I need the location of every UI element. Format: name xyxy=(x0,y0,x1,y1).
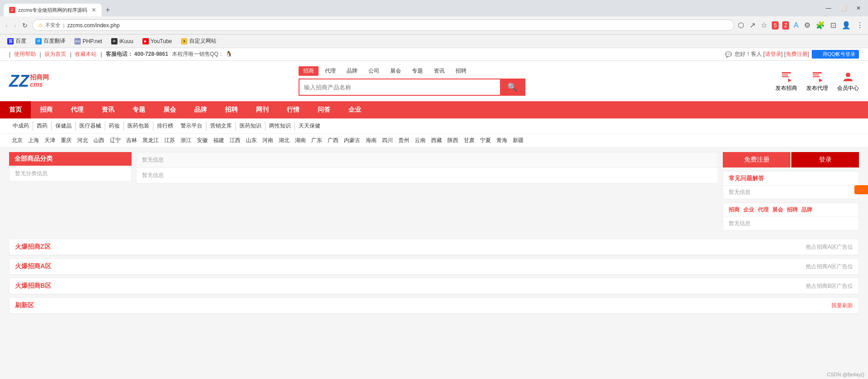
region-xinjiang[interactable]: 新疆 xyxy=(510,136,526,145)
publish-proxy-button[interactable]: 发布代理 xyxy=(806,70,828,92)
search-button[interactable]: 🔍 xyxy=(500,79,525,95)
sub-cat-liangxingzhishi[interactable]: 两性知识 xyxy=(265,121,295,131)
sub-cat-jingshipingtai[interactable]: 警示平台 xyxy=(177,121,206,131)
extension-icon-2[interactable]: Z xyxy=(782,21,789,30)
sub-cat-xiyao[interactable]: 西药 xyxy=(33,121,52,131)
site-logo[interactable]: ZZ 招商网 cms xyxy=(9,73,49,89)
sub-cat-yaoyaobaozhuang[interactable]: 医药包装 xyxy=(124,121,153,131)
region-heilongjiang[interactable]: 黑龙江 xyxy=(140,136,162,145)
region-ningxia[interactable]: 宁夏 xyxy=(477,136,494,145)
qq-login-button[interactable]: 👤 用QQ帐号登录 xyxy=(812,50,859,59)
search-tab-daili[interactable]: 代理 xyxy=(320,66,340,76)
minimize-button[interactable]: — xyxy=(822,3,835,13)
tag-enterprise[interactable]: 企业 xyxy=(743,206,754,214)
sub-cat-yingxiaowenku[interactable]: 营销文库 xyxy=(206,121,236,131)
extension-icon-1[interactable]: 5 xyxy=(772,21,779,30)
share-icon[interactable]: ↗ xyxy=(749,20,756,30)
region-henan[interactable]: 河南 xyxy=(260,136,276,145)
account-icon[interactable]: 👤 xyxy=(841,20,852,30)
maximize-button[interactable]: ⬜ xyxy=(837,3,851,13)
region-qinghai[interactable]: 青海 xyxy=(494,136,510,145)
tag-brand[interactable]: 品牌 xyxy=(801,206,812,214)
bottom-section-refresh-ad[interactable]: 我要刷新 xyxy=(831,302,853,310)
region-xizang[interactable]: 西藏 xyxy=(428,136,445,145)
close-button[interactable]: ✕ xyxy=(853,3,864,13)
tag-proxy[interactable]: 代理 xyxy=(758,206,769,214)
side-share-button[interactable]: 分享 xyxy=(854,185,868,194)
region-hebei[interactable]: 河北 xyxy=(74,136,91,145)
browser-tab[interactable]: Z zzcms专业做招商网的程序源码 ✕ xyxy=(4,4,102,16)
bookmark-fanyi[interactable]: 译 百度翻译 xyxy=(32,36,69,46)
tag-recruit[interactable]: 招商 xyxy=(729,206,740,214)
refresh-button[interactable]: ↻ xyxy=(20,21,29,30)
nav-enterprise[interactable]: 企业 xyxy=(339,101,370,118)
region-sichuan[interactable]: 四川 xyxy=(379,136,396,145)
help-link[interactable]: 使用帮助 xyxy=(14,50,36,58)
search-tab-zhanhui[interactable]: 展会 xyxy=(386,66,406,76)
nav-qa[interactable]: 问答 xyxy=(309,101,339,118)
region-jiangsu[interactable]: 江苏 xyxy=(162,136,178,145)
region-jilin[interactable]: 吉林 xyxy=(123,136,140,145)
sub-cat-zhongchengyao[interactable]: 中成药 xyxy=(9,121,33,131)
bookmark-baidu[interactable]: 百 百度 xyxy=(4,36,30,46)
tag-expo[interactable]: 展会 xyxy=(772,206,783,214)
bottom-section-b-ad[interactable]: 抢占招商B区广告位 xyxy=(806,282,853,290)
region-shaanxi[interactable]: 陕西 xyxy=(445,136,461,145)
nav-proxy[interactable]: 代理 xyxy=(62,101,93,118)
collect-link[interactable]: 收藏本站 xyxy=(75,50,97,58)
region-shandong[interactable]: 山东 xyxy=(243,136,260,145)
bottom-section-a-ad[interactable]: 抢占招商A区广告位 xyxy=(806,263,853,271)
settings-icon[interactable]: ⚙ xyxy=(803,20,811,30)
bookmark-youtube[interactable]: ▶ YouTube xyxy=(139,37,176,45)
search-input[interactable] xyxy=(299,79,500,95)
nav-expo[interactable]: 展会 xyxy=(154,101,185,118)
sub-cat-yaoyaozhishi[interactable]: 医药知识 xyxy=(236,121,265,131)
region-jiangxi[interactable]: 江西 xyxy=(227,136,243,145)
menu-icon[interactable]: ⋮ xyxy=(855,20,864,30)
new-tab-button[interactable]: + xyxy=(102,4,114,16)
region-beijing[interactable]: 北京 xyxy=(9,136,25,145)
nav-recruit[interactable]: 招商 xyxy=(31,101,62,118)
region-liaoning[interactable]: 辽宁 xyxy=(107,136,123,145)
member-center-button[interactable]: 会员中心 xyxy=(837,70,859,92)
register-link[interactable]: 免费注册 xyxy=(786,51,808,57)
region-guizhou[interactable]: 贵州 xyxy=(396,136,412,145)
bookmark-phpnet[interactable]: php PHP.net xyxy=(71,37,106,45)
region-chongqing[interactable]: 重庆 xyxy=(58,136,74,145)
bookmark-custom[interactable]: ★ 自定义网站 xyxy=(177,36,220,46)
region-tianjin[interactable]: 天津 xyxy=(42,136,58,145)
extensions-icon[interactable]: 🧩 xyxy=(815,20,826,30)
nav-special[interactable]: 专题 xyxy=(123,101,154,118)
tab-close-button[interactable]: ✕ xyxy=(92,7,96,13)
region-yunnan[interactable]: 云南 xyxy=(412,136,428,145)
publish-recruit-button[interactable]: 发布招商 xyxy=(775,70,797,92)
nav-home[interactable]: 首页 xyxy=(0,101,31,118)
region-hunan[interactable]: 湖南 xyxy=(292,136,309,145)
register-button[interactable]: 免费注册 xyxy=(723,152,790,167)
search-tab-zhuanti[interactable]: 专题 xyxy=(407,66,427,76)
nav-magazine[interactable]: 网刊 xyxy=(247,101,278,118)
translate-icon[interactable]: ⬡ xyxy=(737,20,745,30)
sub-cat-yiliaoqixie[interactable]: 医疗器械 xyxy=(76,121,105,131)
region-anhui[interactable]: 安徽 xyxy=(194,136,211,145)
search-tab-zixun[interactable]: 资讯 xyxy=(429,66,449,76)
search-tab-zhaopin[interactable]: 招聘 xyxy=(451,66,471,76)
nav-hiring[interactable]: 招聘 xyxy=(216,101,247,118)
region-hubei[interactable]: 湖北 xyxy=(276,136,292,145)
search-tab-zhaozhang[interactable]: 招商 xyxy=(299,66,319,76)
nav-brand[interactable]: 品牌 xyxy=(185,101,216,118)
region-hainan[interactable]: 海南 xyxy=(363,136,379,145)
search-tab-gongsi[interactable]: 公司 xyxy=(364,66,384,76)
sub-cat-baojianpin[interactable]: 保健品 xyxy=(52,121,76,131)
bookmark-star-icon[interactable]: ☆ xyxy=(760,20,768,30)
region-neimenggu[interactable]: 内蒙古 xyxy=(341,136,363,145)
bottom-section-z-ad[interactable]: 抢占招商A区广告位 xyxy=(806,243,853,251)
tag-hiring[interactable]: 招聘 xyxy=(787,206,798,214)
region-guangdong[interactable]: 广东 xyxy=(309,136,325,145)
sub-cat-paihangbang[interactable]: 排行榜 xyxy=(153,121,177,131)
login-link[interactable]: 请登录 xyxy=(765,51,781,57)
split-screen-icon[interactable]: ⊡ xyxy=(829,20,837,30)
nav-market[interactable]: 行情 xyxy=(278,101,309,118)
region-zhejiang[interactable]: 浙江 xyxy=(178,136,194,145)
region-gansu[interactable]: 甘肃 xyxy=(461,136,477,145)
